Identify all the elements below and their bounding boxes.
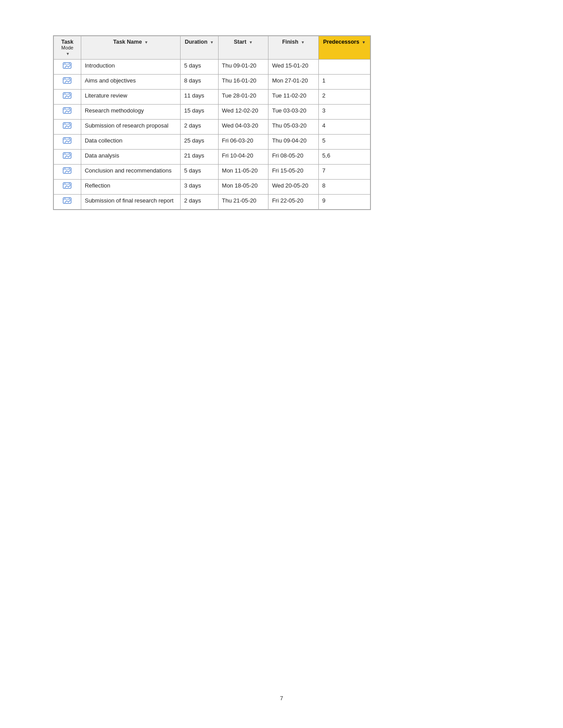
- task-mode-cell: [54, 165, 81, 180]
- predecessors-cell: 5,6: [318, 150, 370, 165]
- finish-cell: Thu 09-04-20: [268, 135, 319, 150]
- finish-dropdown-icon[interactable]: ▼: [301, 40, 305, 45]
- task-name-cell: Aims and objectives: [81, 75, 180, 90]
- page-wrapper: Task Mode ▼ Task Name ▼ Duration ▼ Start: [0, 0, 563, 728]
- gantt-table-container: Task Mode ▼ Task Name ▼ Duration ▼ Start: [53, 35, 371, 210]
- predecessors-cell: 5: [318, 135, 370, 150]
- task-mode-cell: [54, 135, 81, 150]
- finish-cell: Fri 08-05-20: [268, 150, 319, 165]
- task-mode-icon: [63, 62, 72, 70]
- task-mode-icon: [63, 167, 72, 175]
- finish-cell: Thu 05-03-20: [268, 120, 319, 135]
- duration-cell: 8 days: [181, 75, 219, 90]
- task-name-cell: Submission of research proposal: [81, 120, 180, 135]
- table-row: Submission of research proposal2 daysWed…: [54, 120, 370, 135]
- duration-dropdown-icon[interactable]: ▼: [210, 40, 214, 45]
- header-task-mode-line1: Task: [57, 39, 77, 45]
- finish-cell: Wed 15-01-20: [268, 60, 319, 75]
- finish-cell: Wed 20-05-20: [268, 180, 319, 195]
- header-task-name[interactable]: Task Name ▼: [81, 36, 180, 60]
- header-finish[interactable]: Finish ▼: [268, 36, 319, 60]
- duration-cell: 11 days: [181, 90, 219, 105]
- finish-cell: Fri 15-05-20: [268, 165, 319, 180]
- start-cell: Thu 21-05-20: [218, 195, 268, 210]
- task-mode-cell: [54, 150, 81, 165]
- task-mode-icon: [63, 122, 72, 130]
- gantt-table: Task Mode ▼ Task Name ▼ Duration ▼ Start: [53, 36, 370, 210]
- table-row: Conclusion and recommendations5 daysMon …: [54, 165, 370, 180]
- task-mode-cell: [54, 75, 81, 90]
- duration-cell: 21 days: [181, 150, 219, 165]
- table-row: Research methodology15 daysWed 12-02-20T…: [54, 105, 370, 120]
- task-name-cell: Conclusion and recommendations: [81, 165, 180, 180]
- table-row: Literature review11 daysTue 28-01-20Tue …: [54, 90, 370, 105]
- start-cell: Fri 10-04-20: [218, 150, 268, 165]
- start-cell: Wed 04-03-20: [218, 120, 268, 135]
- table-row: Submission of final research report2 day…: [54, 195, 370, 210]
- task-mode-cell: [54, 105, 81, 120]
- header-predecessors[interactable]: Predecessors ▼: [318, 36, 370, 60]
- duration-cell: 2 days: [181, 120, 219, 135]
- header-task-mode-line2: Mode: [57, 45, 77, 50]
- finish-cell: Tue 03-03-20: [268, 105, 319, 120]
- header-start[interactable]: Start ▼: [218, 36, 268, 60]
- task-name-cell: Introduction: [81, 60, 180, 75]
- task-name-cell: Submission of final research report: [81, 195, 180, 210]
- finish-cell: Mon 27-01-20: [268, 75, 319, 90]
- task-name-cell: Literature review: [81, 90, 180, 105]
- task-name-cell: Data analysis: [81, 150, 180, 165]
- task-mode-cell: [54, 195, 81, 210]
- finish-cell: Tue 11-02-20: [268, 90, 319, 105]
- table-row: Introduction5 daysThu 09-01-20Wed 15-01-…: [54, 60, 370, 75]
- task-name-cell: Reflection: [81, 180, 180, 195]
- start-dropdown-icon[interactable]: ▼: [249, 40, 253, 45]
- table-row: Reflection3 daysMon 18-05-20Wed 20-05-20…: [54, 180, 370, 195]
- task-mode-icon: [63, 152, 72, 160]
- duration-cell: 2 days: [181, 195, 219, 210]
- page-number: 7: [280, 695, 283, 702]
- duration-cell: 5 days: [181, 165, 219, 180]
- start-cell: Wed 12-02-20: [218, 105, 268, 120]
- predecessors-dropdown-icon[interactable]: ▼: [362, 40, 366, 45]
- finish-cell: Fri 22-05-20: [268, 195, 319, 210]
- duration-cell: 25 days: [181, 135, 219, 150]
- start-cell: Thu 16-01-20: [218, 75, 268, 90]
- task-mode-icon: [63, 92, 72, 100]
- predecessors-cell: 3: [318, 105, 370, 120]
- task-mode-icon: [63, 137, 72, 145]
- predecessors-cell: [318, 60, 370, 75]
- start-cell: Tue 28-01-20: [218, 90, 268, 105]
- task-mode-cell: [54, 120, 81, 135]
- start-cell: Mon 11-05-20: [218, 165, 268, 180]
- header-duration[interactable]: Duration ▼: [181, 36, 219, 60]
- task-mode-icon: [63, 182, 72, 190]
- task-mode-cell: [54, 90, 81, 105]
- header-task-mode[interactable]: Task Mode ▼: [54, 36, 81, 60]
- task-mode-dropdown-icon[interactable]: ▼: [66, 52, 70, 56]
- task-name-cell: Research methodology: [81, 105, 180, 120]
- task-mode-icon: [63, 107, 72, 115]
- predecessors-cell: 1: [318, 75, 370, 90]
- table-row: Aims and objectives8 daysThu 16-01-20Mon…: [54, 75, 370, 90]
- duration-cell: 5 days: [181, 60, 219, 75]
- task-mode-cell: [54, 180, 81, 195]
- task-mode-cell: [54, 60, 81, 75]
- start-cell: Mon 18-05-20: [218, 180, 268, 195]
- table-row: Data collection25 daysFri 06-03-20Thu 09…: [54, 135, 370, 150]
- table-row: Data analysis21 daysFri 10-04-20Fri 08-0…: [54, 150, 370, 165]
- task-mode-icon: [63, 197, 72, 205]
- predecessors-cell: 4: [318, 120, 370, 135]
- duration-cell: 3 days: [181, 180, 219, 195]
- start-cell: Thu 09-01-20: [218, 60, 268, 75]
- predecessors-cell: 9: [318, 195, 370, 210]
- task-mode-icon: [63, 77, 72, 85]
- task-name-cell: Data collection: [81, 135, 180, 150]
- start-cell: Fri 06-03-20: [218, 135, 268, 150]
- predecessors-cell: 8: [318, 180, 370, 195]
- task-name-dropdown-icon[interactable]: ▼: [144, 40, 148, 45]
- predecessors-cell: 7: [318, 165, 370, 180]
- predecessors-cell: 2: [318, 90, 370, 105]
- duration-cell: 15 days: [181, 105, 219, 120]
